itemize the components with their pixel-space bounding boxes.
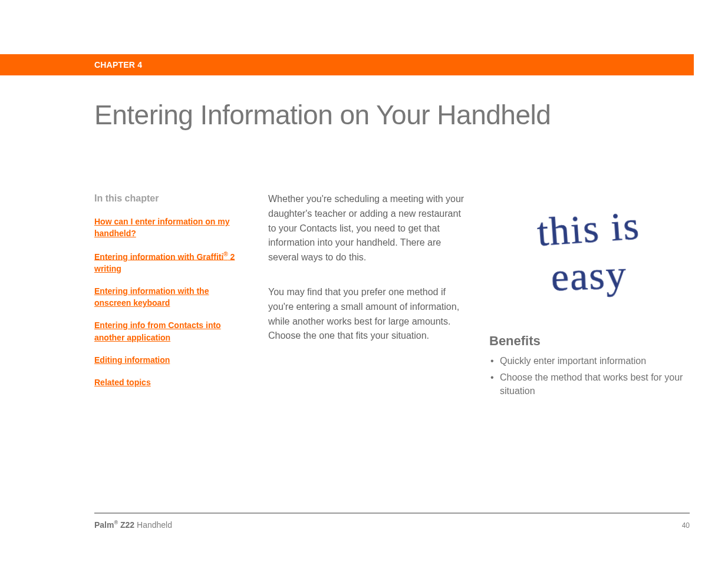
- sidebar-heading: In this chapter: [94, 193, 248, 204]
- benefit-item: Choose the method that works best for yo…: [489, 371, 690, 398]
- page-number: 40: [682, 521, 690, 530]
- toc-link-editing[interactable]: Editing information: [94, 354, 248, 366]
- benefits-list: Quickly enter important information Choo…: [489, 355, 690, 398]
- handwriting-line-1: this is: [536, 203, 641, 254]
- page-footer: Palm® Z22 Handheld 40: [94, 520, 690, 530]
- footer-rule: [94, 513, 690, 514]
- link-text: How can I enter information on my handhe…: [94, 217, 229, 238]
- handwriting-illustration: this is easy: [489, 192, 690, 316]
- toc-link-graffiti[interactable]: Entering information with Graffiti® 2 wr…: [94, 250, 248, 275]
- chapter-label: CHAPTER 4: [94, 60, 142, 70]
- link-text: Entering info from Contacts into another…: [94, 320, 221, 342]
- brand: Palm: [94, 520, 114, 530]
- chapter-header-bar: CHAPTER 4: [0, 54, 694, 75]
- benefit-item: Quickly enter important information: [489, 355, 690, 368]
- product-name: Palm® Z22 Handheld: [94, 520, 172, 530]
- toc-link-related[interactable]: Related topics: [94, 376, 248, 388]
- handwriting-line-2: easy: [550, 252, 627, 299]
- intro-paragraph-2: You may find that you prefer one method …: [268, 285, 470, 343]
- link-text: Entering information with the onscreen k…: [94, 286, 209, 308]
- page-title: Entering Information on Your Handheld: [94, 99, 551, 131]
- link-text: Editing information: [94, 355, 170, 365]
- link-text-pre: Entering information with Graffiti: [94, 252, 223, 261]
- intro-paragraph-1: Whether you're scheduling a meeting with…: [268, 192, 470, 265]
- body-text-column: Whether you're scheduling a meeting with…: [268, 192, 470, 363]
- suffix: Handheld: [134, 520, 172, 530]
- link-text: Related topics: [94, 378, 151, 387]
- toc-link-onscreen-keyboard[interactable]: Entering information with the onscreen k…: [94, 285, 248, 309]
- in-this-chapter-nav: In this chapter How can I enter informat…: [94, 193, 248, 399]
- model: Z22: [118, 520, 134, 530]
- right-column: this is easy Benefits Quickly enter impo…: [489, 192, 690, 401]
- toc-link-contacts-other-app[interactable]: Entering info from Contacts into another…: [94, 319, 248, 343]
- registered-symbol: ®: [223, 251, 228, 257]
- benefits-heading: Benefits: [489, 333, 690, 349]
- toc-link-how-enter[interactable]: How can I enter information on my handhe…: [94, 216, 248, 240]
